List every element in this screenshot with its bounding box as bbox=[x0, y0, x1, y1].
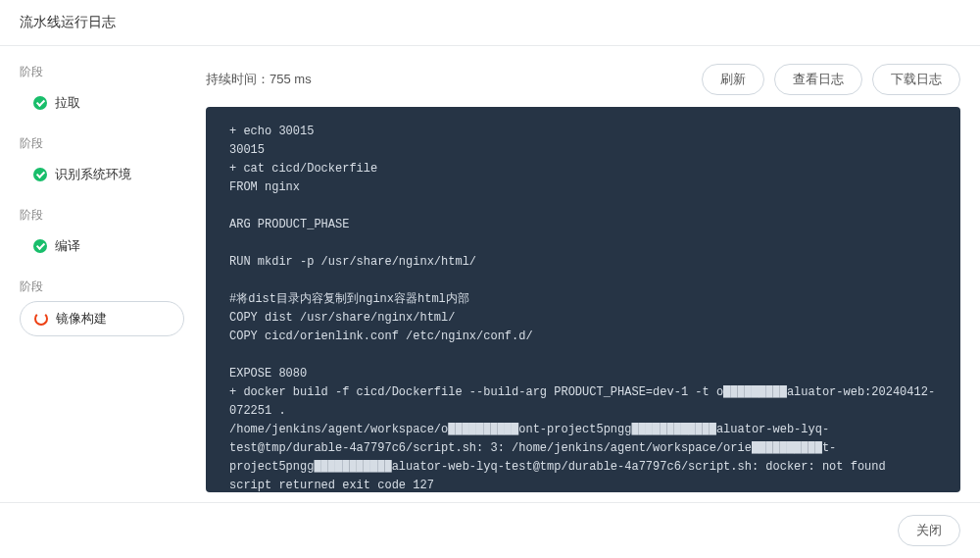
modal-header: 流水线运行日志 bbox=[0, 0, 980, 46]
stage-sidebar: 阶段 拉取 阶段 识别系统环境 阶段 编译 bbox=[0, 46, 196, 502]
stage-label: 阶段 bbox=[20, 135, 184, 152]
stage-item-label: 镜像构建 bbox=[56, 310, 107, 328]
action-buttons: 刷新 查看日志 下载日志 bbox=[702, 64, 960, 95]
stage-block: 阶段 拉取 bbox=[20, 64, 184, 120]
check-icon bbox=[33, 96, 47, 110]
duration-text: 持续时间：755 ms bbox=[206, 71, 312, 88]
check-icon bbox=[33, 239, 47, 253]
spinner-icon bbox=[34, 312, 48, 326]
top-row: 持续时间：755 ms 刷新 查看日志 下载日志 bbox=[206, 64, 960, 95]
stage-block: 阶段 镜像构建 bbox=[20, 279, 184, 336]
duration-value: 755 ms bbox=[270, 72, 312, 86]
view-log-button[interactable]: 查看日志 bbox=[774, 64, 862, 95]
stage-item-image-build[interactable]: 镜像构建 bbox=[20, 301, 184, 336]
stage-label: 阶段 bbox=[20, 64, 184, 80]
modal-footer: 关闭 bbox=[0, 502, 980, 558]
stage-label: 阶段 bbox=[20, 207, 184, 224]
modal-body: 阶段 拉取 阶段 识别系统环境 阶段 编译 bbox=[0, 46, 980, 502]
check-icon bbox=[33, 168, 47, 181]
download-log-button[interactable]: 下载日志 bbox=[872, 64, 960, 95]
stage-item-label: 拉取 bbox=[55, 94, 80, 112]
close-button[interactable]: 关闭 bbox=[898, 515, 960, 546]
stage-item-compile[interactable]: 编译 bbox=[20, 229, 184, 263]
stage-block: 阶段 识别系统环境 bbox=[20, 135, 184, 191]
main-panel: 持续时间：755 ms 刷新 查看日志 下载日志 + echo 30015 30… bbox=[196, 46, 980, 502]
duration-label: 持续时间： bbox=[206, 72, 270, 86]
stage-item-label: 编译 bbox=[55, 237, 80, 255]
refresh-button[interactable]: 刷新 bbox=[702, 64, 764, 95]
stage-block: 阶段 编译 bbox=[20, 207, 184, 263]
stage-item-detect-env[interactable]: 识别系统环境 bbox=[20, 158, 184, 191]
log-console[interactable]: + echo 30015 30015 + cat cicd/Dockerfile… bbox=[206, 107, 960, 492]
stage-label: 阶段 bbox=[20, 279, 184, 295]
modal-title: 流水线运行日志 bbox=[20, 14, 116, 29]
log-modal: 流水线运行日志 阶段 拉取 阶段 识别系统环境 阶段 bbox=[0, 0, 980, 558]
stage-item-pull[interactable]: 拉取 bbox=[20, 86, 184, 120]
stage-item-label: 识别系统环境 bbox=[55, 166, 131, 183]
